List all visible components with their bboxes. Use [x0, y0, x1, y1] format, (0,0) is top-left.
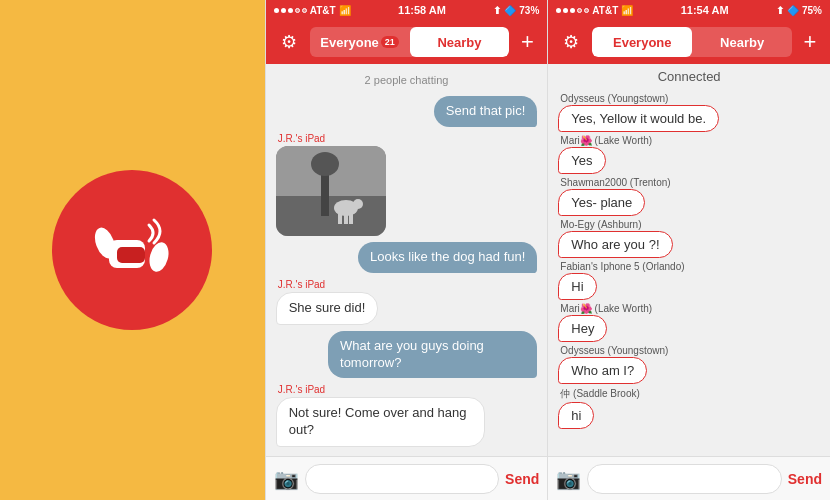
status-right-2: ⬆ 🔷 75% — [776, 5, 822, 16]
msg-bubble-recv-1: She sure did! — [276, 292, 379, 325]
input-bar-1: 📷 Send — [266, 456, 548, 500]
screen-chat: AT&T 📶 11:58 AM ⬆ 🔷 73% ⚙ Everyone 21 Ne… — [265, 0, 548, 500]
msg-row-4: J.R.'s iPad She sure did! — [276, 279, 538, 325]
msg-row-3: Looks like the dog had fun! — [276, 242, 538, 273]
list-sender-1: Odysseus (Youngstown) — [560, 93, 820, 104]
bluetooth-icon-2: 🔷 — [787, 5, 799, 16]
list-sender-6: Mari🌺 (Lake Worth) — [560, 303, 820, 314]
status-right-1: ⬆ 🔷 73% — [493, 5, 539, 16]
dot2-3 — [570, 8, 575, 13]
battery-2: 75% — [802, 5, 822, 16]
svg-point-9 — [353, 199, 363, 209]
status-left-2: AT&T 📶 — [556, 5, 633, 16]
msg-bubble-sent-1: Send that pic! — [434, 96, 538, 127]
message-input-1[interactable] — [305, 464, 499, 494]
camera-icon-2[interactable]: 📷 — [556, 467, 581, 491]
msg-row-2: J.R.'s iPad — [276, 133, 538, 236]
list-bubble-5: Hi — [558, 273, 596, 300]
list-item-5: Fabian's Iphone 5 (Orlando) Hi — [558, 261, 820, 300]
list-bubble-4: Who are you ?! — [558, 231, 672, 258]
send-button-2[interactable]: Send — [788, 471, 822, 487]
list-bubble-8: hi — [558, 402, 594, 429]
signal-dots-1 — [274, 8, 307, 13]
message-input-2[interactable] — [587, 464, 781, 494]
msg-row-6: J.R.'s iPad Not sure! Come over and hang… — [276, 384, 538, 447]
dot2-4 — [577, 8, 582, 13]
svg-rect-12 — [349, 214, 353, 224]
list-sender-8: 仲 (Saddle Brook) — [560, 387, 820, 401]
list-bubble-7: Who am I? — [558, 357, 647, 384]
wifi-icon-2: 📶 — [621, 5, 633, 16]
carrier-2: AT&T — [592, 5, 618, 16]
list-item-2: Mari🌺 (Lake Worth) Yes — [558, 135, 820, 174]
dot2 — [281, 8, 286, 13]
time-1: 11:58 AM — [398, 4, 446, 16]
time-2: 11:54 AM — [681, 4, 729, 16]
list-bubble-2: Yes — [558, 147, 605, 174]
left-panel — [0, 0, 265, 500]
dot2-1 — [556, 8, 561, 13]
tab-everyone-2[interactable]: Everyone — [592, 27, 692, 57]
msg-row-5: What are you guys doing tomorrow? — [276, 331, 538, 379]
badge-1: 21 — [381, 36, 399, 48]
svg-rect-5 — [276, 196, 386, 236]
location-icon-1: ⬆ — [493, 5, 501, 16]
chat-info-1: 2 people chatting — [276, 70, 538, 92]
list-item-7: Odysseus (Youngstown) Who am I? — [558, 345, 820, 384]
msg-bubble-sent-3: What are you guys doing tomorrow? — [328, 331, 537, 379]
list-sender-3: Shawman2000 (Trenton) — [560, 177, 820, 188]
list-item-1: Odysseus (Youngstown) Yes, Yellow it wou… — [558, 93, 820, 132]
dot4 — [295, 8, 300, 13]
list-item-4: Mo-Egy (Ashburn) Who are you ?! — [558, 219, 820, 258]
list-sender-7: Odysseus (Youngstown) — [560, 345, 820, 356]
gear-icon-2[interactable]: ⚙ — [556, 31, 586, 53]
nav-tabs-2: Everyone Nearby — [592, 27, 792, 57]
list-bubble-6: Hey — [558, 315, 607, 342]
wifi-icon-1: 📶 — [339, 5, 351, 16]
dot2-5 — [584, 8, 589, 13]
plus-icon-2[interactable]: + — [798, 31, 822, 53]
status-bar-1: AT&T 📶 11:58 AM ⬆ 🔷 73% — [266, 0, 548, 20]
msg-bubble-recv-2: Not sure! Come over and hang out? — [276, 397, 485, 447]
msg-row-1: Send that pic! — [276, 96, 538, 127]
list-sender-5: Fabian's Iphone 5 (Orlando) — [560, 261, 820, 272]
svg-rect-3 — [117, 247, 145, 263]
dot5 — [302, 8, 307, 13]
screen-connected: AT&T 📶 11:54 AM ⬆ 🔷 75% ⚙ Everyone Nearb… — [547, 0, 830, 500]
list-item-3: Shawman2000 (Trenton) Yes- plane — [558, 177, 820, 216]
send-button-1[interactable]: Send — [505, 471, 539, 487]
msg-image-2 — [276, 146, 386, 236]
camera-icon-1[interactable]: 📷 — [274, 467, 299, 491]
list-sender-4: Mo-Egy (Ashburn) — [560, 219, 820, 230]
msg-sender-4: J.R.'s iPad — [278, 279, 538, 290]
svg-point-2 — [147, 240, 172, 274]
tab-nearby-2[interactable]: Nearby — [692, 27, 792, 57]
svg-point-7 — [311, 152, 339, 176]
tab-nearby-1[interactable]: Nearby — [410, 27, 510, 57]
msg-bubble-sent-2: Looks like the dog had fun! — [358, 242, 537, 273]
input-bar-2: 📷 Send — [548, 456, 830, 500]
svg-rect-11 — [344, 214, 348, 224]
list-item-6: Mari🌺 (Lake Worth) Hey — [558, 303, 820, 342]
svg-rect-10 — [338, 214, 342, 224]
plus-icon-1[interactable]: + — [515, 31, 539, 53]
connected-header: Connected — [548, 64, 830, 89]
battery-1: 73% — [519, 5, 539, 16]
msg-sender-2: J.R.'s iPad — [278, 133, 538, 144]
nav-bar-2: ⚙ Everyone Nearby + — [548, 20, 830, 64]
list-item-8: 仲 (Saddle Brook) hi — [558, 387, 820, 429]
dot3 — [288, 8, 293, 13]
gear-icon-1[interactable]: ⚙ — [274, 31, 304, 53]
status-bar-2: AT&T 📶 11:54 AM ⬆ 🔷 75% — [548, 0, 830, 20]
nav-bar-1: ⚙ Everyone 21 Nearby + — [266, 20, 548, 64]
tab-everyone-1[interactable]: Everyone 21 — [310, 27, 410, 57]
chat-area-1: 2 people chatting Send that pic! J.R.'s … — [266, 64, 548, 456]
dot2-2 — [563, 8, 568, 13]
shaka-icon — [87, 205, 177, 295]
status-left-1: AT&T 📶 — [274, 5, 351, 16]
app-icon — [52, 170, 212, 330]
dot1 — [274, 8, 279, 13]
chat-list: Odysseus (Youngstown) Yes, Yellow it wou… — [548, 89, 830, 456]
carrier-1: AT&T — [310, 5, 336, 16]
location-icon-2: ⬆ — [776, 5, 784, 16]
